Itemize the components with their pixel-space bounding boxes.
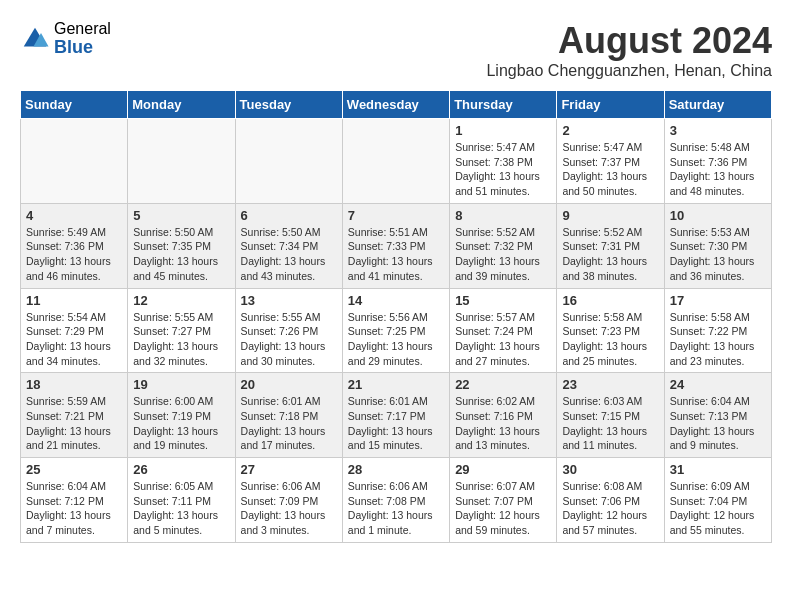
calendar-cell: 7Sunrise: 5:51 AMSunset: 7:33 PMDaylight… <box>342 203 449 288</box>
calendar-cell: 16Sunrise: 5:58 AMSunset: 7:23 PMDayligh… <box>557 288 664 373</box>
cell-info-text: Sunrise: 6:01 AMSunset: 7:18 PMDaylight:… <box>241 394 337 453</box>
cell-info-text: Sunrise: 5:59 AMSunset: 7:21 PMDaylight:… <box>26 394 122 453</box>
cell-date-number: 23 <box>562 377 658 392</box>
calendar-cell: 22Sunrise: 6:02 AMSunset: 7:16 PMDayligh… <box>450 373 557 458</box>
cell-info-text: Sunrise: 5:50 AMSunset: 7:34 PMDaylight:… <box>241 225 337 284</box>
week-row-3: 11Sunrise: 5:54 AMSunset: 7:29 PMDayligh… <box>21 288 772 373</box>
cell-date-number: 31 <box>670 462 766 477</box>
cell-date-number: 12 <box>133 293 229 308</box>
cell-info-text: Sunrise: 6:07 AMSunset: 7:07 PMDaylight:… <box>455 479 551 538</box>
cell-date-number: 28 <box>348 462 444 477</box>
calendar-cell <box>235 119 342 204</box>
cell-info-text: Sunrise: 5:52 AMSunset: 7:31 PMDaylight:… <box>562 225 658 284</box>
calendar-table: SundayMondayTuesdayWednesdayThursdayFrid… <box>20 90 772 543</box>
cell-date-number: 21 <box>348 377 444 392</box>
cell-info-text: Sunrise: 5:47 AMSunset: 7:37 PMDaylight:… <box>562 140 658 199</box>
calendar-cell: 17Sunrise: 5:58 AMSunset: 7:22 PMDayligh… <box>664 288 771 373</box>
cell-info-text: Sunrise: 6:02 AMSunset: 7:16 PMDaylight:… <box>455 394 551 453</box>
calendar-cell <box>21 119 128 204</box>
calendar-cell: 18Sunrise: 5:59 AMSunset: 7:21 PMDayligh… <box>21 373 128 458</box>
header-row: SundayMondayTuesdayWednesdayThursdayFrid… <box>21 91 772 119</box>
cell-date-number: 17 <box>670 293 766 308</box>
cell-info-text: Sunrise: 5:51 AMSunset: 7:33 PMDaylight:… <box>348 225 444 284</box>
cell-info-text: Sunrise: 5:58 AMSunset: 7:23 PMDaylight:… <box>562 310 658 369</box>
cell-info-text: Sunrise: 6:05 AMSunset: 7:11 PMDaylight:… <box>133 479 229 538</box>
cell-date-number: 1 <box>455 123 551 138</box>
column-header-friday: Friday <box>557 91 664 119</box>
cell-date-number: 5 <box>133 208 229 223</box>
calendar-cell: 14Sunrise: 5:56 AMSunset: 7:25 PMDayligh… <box>342 288 449 373</box>
cell-info-text: Sunrise: 5:49 AMSunset: 7:36 PMDaylight:… <box>26 225 122 284</box>
calendar-cell: 4Sunrise: 5:49 AMSunset: 7:36 PMDaylight… <box>21 203 128 288</box>
calendar-cell <box>128 119 235 204</box>
calendar-cell: 27Sunrise: 6:06 AMSunset: 7:09 PMDayligh… <box>235 458 342 543</box>
calendar-cell: 11Sunrise: 5:54 AMSunset: 7:29 PMDayligh… <box>21 288 128 373</box>
cell-date-number: 4 <box>26 208 122 223</box>
cell-date-number: 30 <box>562 462 658 477</box>
cell-info-text: Sunrise: 5:55 AMSunset: 7:26 PMDaylight:… <box>241 310 337 369</box>
cell-date-number: 14 <box>348 293 444 308</box>
cell-date-number: 27 <box>241 462 337 477</box>
cell-info-text: Sunrise: 6:04 AMSunset: 7:13 PMDaylight:… <box>670 394 766 453</box>
calendar-cell: 2Sunrise: 5:47 AMSunset: 7:37 PMDaylight… <box>557 119 664 204</box>
calendar-cell: 29Sunrise: 6:07 AMSunset: 7:07 PMDayligh… <box>450 458 557 543</box>
calendar-cell: 15Sunrise: 5:57 AMSunset: 7:24 PMDayligh… <box>450 288 557 373</box>
calendar-cell: 13Sunrise: 5:55 AMSunset: 7:26 PMDayligh… <box>235 288 342 373</box>
calendar-cell: 6Sunrise: 5:50 AMSunset: 7:34 PMDaylight… <box>235 203 342 288</box>
cell-date-number: 26 <box>133 462 229 477</box>
cell-info-text: Sunrise: 6:06 AMSunset: 7:09 PMDaylight:… <box>241 479 337 538</box>
cell-info-text: Sunrise: 5:53 AMSunset: 7:30 PMDaylight:… <box>670 225 766 284</box>
calendar-cell: 21Sunrise: 6:01 AMSunset: 7:17 PMDayligh… <box>342 373 449 458</box>
cell-info-text: Sunrise: 6:08 AMSunset: 7:06 PMDaylight:… <box>562 479 658 538</box>
calendar-cell <box>342 119 449 204</box>
cell-date-number: 13 <box>241 293 337 308</box>
calendar-cell: 1Sunrise: 5:47 AMSunset: 7:38 PMDaylight… <box>450 119 557 204</box>
calendar-cell: 31Sunrise: 6:09 AMSunset: 7:04 PMDayligh… <box>664 458 771 543</box>
logo: General Blue <box>20 20 111 57</box>
calendar-cell: 25Sunrise: 6:04 AMSunset: 7:12 PMDayligh… <box>21 458 128 543</box>
calendar-cell: 30Sunrise: 6:08 AMSunset: 7:06 PMDayligh… <box>557 458 664 543</box>
cell-info-text: Sunrise: 5:58 AMSunset: 7:22 PMDaylight:… <box>670 310 766 369</box>
cell-info-text: Sunrise: 5:56 AMSunset: 7:25 PMDaylight:… <box>348 310 444 369</box>
cell-date-number: 3 <box>670 123 766 138</box>
cell-date-number: 11 <box>26 293 122 308</box>
calendar-cell: 26Sunrise: 6:05 AMSunset: 7:11 PMDayligh… <box>128 458 235 543</box>
calendar-cell: 8Sunrise: 5:52 AMSunset: 7:32 PMDaylight… <box>450 203 557 288</box>
calendar-cell: 12Sunrise: 5:55 AMSunset: 7:27 PMDayligh… <box>128 288 235 373</box>
logo-icon <box>20 24 50 54</box>
cell-date-number: 19 <box>133 377 229 392</box>
calendar-cell: 5Sunrise: 5:50 AMSunset: 7:35 PMDaylight… <box>128 203 235 288</box>
cell-date-number: 9 <box>562 208 658 223</box>
week-row-2: 4Sunrise: 5:49 AMSunset: 7:36 PMDaylight… <box>21 203 772 288</box>
cell-date-number: 2 <box>562 123 658 138</box>
cell-info-text: Sunrise: 6:01 AMSunset: 7:17 PMDaylight:… <box>348 394 444 453</box>
cell-info-text: Sunrise: 6:00 AMSunset: 7:19 PMDaylight:… <box>133 394 229 453</box>
calendar-cell: 24Sunrise: 6:04 AMSunset: 7:13 PMDayligh… <box>664 373 771 458</box>
cell-date-number: 18 <box>26 377 122 392</box>
week-row-5: 25Sunrise: 6:04 AMSunset: 7:12 PMDayligh… <box>21 458 772 543</box>
calendar-cell: 28Sunrise: 6:06 AMSunset: 7:08 PMDayligh… <box>342 458 449 543</box>
cell-date-number: 24 <box>670 377 766 392</box>
column-header-wednesday: Wednesday <box>342 91 449 119</box>
cell-info-text: Sunrise: 5:57 AMSunset: 7:24 PMDaylight:… <box>455 310 551 369</box>
column-header-saturday: Saturday <box>664 91 771 119</box>
cell-date-number: 20 <box>241 377 337 392</box>
calendar-cell: 20Sunrise: 6:01 AMSunset: 7:18 PMDayligh… <box>235 373 342 458</box>
title-section: August 2024 Lingbao Chengguanzhen, Henan… <box>486 20 772 80</box>
cell-date-number: 6 <box>241 208 337 223</box>
calendar-cell: 19Sunrise: 6:00 AMSunset: 7:19 PMDayligh… <box>128 373 235 458</box>
column-header-tuesday: Tuesday <box>235 91 342 119</box>
cell-info-text: Sunrise: 5:48 AMSunset: 7:36 PMDaylight:… <box>670 140 766 199</box>
cell-info-text: Sunrise: 5:54 AMSunset: 7:29 PMDaylight:… <box>26 310 122 369</box>
cell-date-number: 22 <box>455 377 551 392</box>
column-header-monday: Monday <box>128 91 235 119</box>
cell-info-text: Sunrise: 5:52 AMSunset: 7:32 PMDaylight:… <box>455 225 551 284</box>
cell-info-text: Sunrise: 6:06 AMSunset: 7:08 PMDaylight:… <box>348 479 444 538</box>
cell-date-number: 15 <box>455 293 551 308</box>
logo-blue: Blue <box>54 38 111 58</box>
cell-date-number: 29 <box>455 462 551 477</box>
cell-info-text: Sunrise: 5:47 AMSunset: 7:38 PMDaylight:… <box>455 140 551 199</box>
logo-general: General <box>54 20 111 38</box>
week-row-1: 1Sunrise: 5:47 AMSunset: 7:38 PMDaylight… <box>21 119 772 204</box>
column-header-thursday: Thursday <box>450 91 557 119</box>
